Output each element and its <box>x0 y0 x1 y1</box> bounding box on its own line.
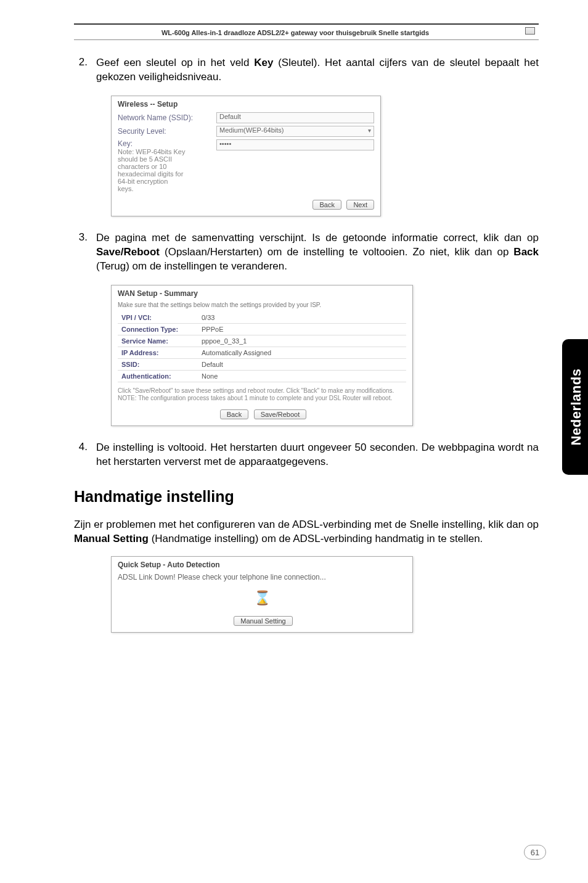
step-number: 2. <box>74 56 88 84</box>
hourglass-icon: ⌛ <box>118 590 406 606</box>
table-row: Connection Type:PPPoE <box>118 324 406 335</box>
screenshot-wan-summary: WAN Setup - Summary Make sure that the s… <box>111 285 413 426</box>
back-button[interactable]: Back <box>312 200 341 210</box>
table-row: Authentication:None <box>118 371 406 382</box>
step-number: 3. <box>74 231 88 274</box>
table-row: IP Address:Automatically Assigned <box>118 347 406 359</box>
table-row: Service Name:pppoe_0_33_1 <box>118 335 406 347</box>
step-2: 2. Geef een sleutel op in het veld Key (… <box>74 56 539 84</box>
screenshot-wireless-setup: Wireless -- Setup Network Name (SSID): D… <box>111 96 381 217</box>
ssid-label: Network Name (SSID): <box>118 113 216 122</box>
table-row: SSID:Default <box>118 359 406 371</box>
language-label: Nederlands <box>568 369 584 446</box>
screenshot-title: Wireless -- Setup <box>118 100 374 109</box>
page-number: 61 <box>524 845 546 860</box>
language-tab: Nederlands <box>562 339 588 475</box>
save-reboot-button[interactable]: Save/Reboot <box>254 409 307 419</box>
modem-icon <box>521 26 539 38</box>
step-3: 3. De pagina met de samenvatting verschi… <box>74 231 539 274</box>
back-button[interactable]: Back <box>220 409 248 419</box>
step-number: 4. <box>74 441 88 469</box>
screenshot-quick-setup: Quick Setup - Auto Detection ADSL Link D… <box>111 556 413 633</box>
table-row: VPI / VCI:0/33 <box>118 312 406 324</box>
step-text: De pagina met de samenvatting verschijnt… <box>96 231 539 274</box>
manual-setting-button[interactable]: Manual Setting <box>234 616 292 626</box>
step-text: Geef een sleutel op in het veld Key (Sle… <box>96 56 539 84</box>
next-button[interactable]: Next <box>346 200 374 210</box>
step-4: 4. De instelling is voltooid. Het hersta… <box>74 441 539 469</box>
security-level-select[interactable]: Medium(WEP-64bits) <box>216 126 374 137</box>
screenshot-title: WAN Setup - Summary <box>118 289 406 298</box>
screenshot-title: Quick Setup - Auto Detection <box>118 561 406 569</box>
step-text: De instelling is voltooid. Het herstarte… <box>96 441 539 469</box>
ssid-input[interactable]: Default <box>216 112 374 123</box>
key-label: Key: <box>118 139 216 148</box>
header-title: WL-600g Alles-in-1 draadloze ADSL2/2+ ga… <box>161 29 429 36</box>
summary-note: Click "Save/Reboot" to save these settin… <box>118 387 406 402</box>
summary-table: VPI / VCI:0/33 Connection Type:PPPoE Ser… <box>118 312 406 382</box>
screenshot-subtitle: Make sure that the settings below match … <box>118 302 406 308</box>
key-input[interactable]: ••••• <box>216 139 374 150</box>
adsl-link-text: ADSL Link Down! Please check your telpho… <box>118 573 406 581</box>
manual-paragraph: Zijn er problemen met het configureren v… <box>74 518 539 546</box>
page-header: WL-600g Alles-in-1 draadloze ADSL2/2+ ga… <box>74 23 539 40</box>
key-note: Note: WEP-64bits Key should be 5 ASCII c… <box>118 148 186 193</box>
section-heading: Handmatige instelling <box>74 488 539 506</box>
security-level-label: Security Level: <box>118 127 216 136</box>
